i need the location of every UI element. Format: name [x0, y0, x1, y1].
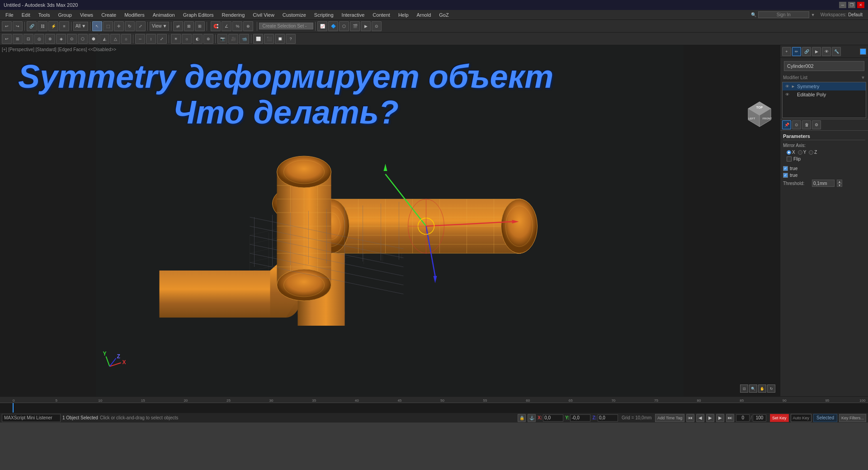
- view-dropdown[interactable]: View ▼: [150, 22, 169, 31]
- menu-interactive[interactable]: Interactive: [338, 11, 368, 19]
- curve-editor-button[interactable]: 📈: [317, 21, 327, 31]
- menu-modifiers[interactable]: Modifiers: [121, 11, 148, 19]
- rotate-button[interactable]: ↻: [125, 21, 135, 31]
- timeline-track[interactable]: [0, 403, 868, 413]
- config-modifier-sets-button[interactable]: ⚙: [812, 120, 821, 129]
- render-button[interactable]: ▶: [361, 21, 371, 31]
- remove-modifier-button[interactable]: 🗑: [802, 120, 811, 129]
- tb2-btn6[interactable]: ◈: [56, 34, 66, 44]
- x-coord-value[interactable]: 0,0: [543, 414, 563, 422]
- window-controls[interactable]: ─ ❐ ✕: [839, 2, 864, 8]
- tb2-btn10[interactable]: ◭: [99, 34, 109, 44]
- y-coord-value[interactable]: -0,0: [570, 414, 590, 422]
- create-panel-button[interactable]: +: [782, 47, 791, 56]
- viewport[interactable]: [+] [Perspective] [Standard] [Edged Face…: [0, 45, 780, 396]
- tb2-render4[interactable]: ?: [286, 34, 296, 44]
- unlink-button[interactable]: ⛓: [38, 21, 47, 31]
- selection-lock-button[interactable]: 🔒: [518, 414, 526, 422]
- close-button[interactable]: ✕: [857, 2, 864, 8]
- axis-x-radio[interactable]: X: [787, 150, 795, 155]
- menu-help[interactable]: Help: [395, 11, 412, 19]
- tb2-btn12[interactable]: ⌂: [121, 34, 131, 44]
- menu-rendering[interactable]: Rendering: [218, 11, 249, 19]
- tb2-btn2[interactable]: ⊞: [13, 34, 23, 44]
- tb2-btn7[interactable]: ⊙: [67, 34, 77, 44]
- tb2-render2[interactable]: ⬛: [264, 34, 274, 44]
- render-setup-button[interactable]: 🎬: [350, 21, 360, 31]
- threshold-spinbox[interactable]: 0,1mm: [812, 180, 835, 187]
- layer-button[interactable]: ≡: [59, 21, 69, 31]
- undo-button[interactable]: ↩: [2, 21, 12, 31]
- minimize-button[interactable]: ─: [839, 2, 846, 8]
- select-button[interactable]: ↖: [92, 21, 102, 31]
- active-shade-button[interactable]: ⊙: [372, 21, 382, 31]
- array-button[interactable]: ⊞: [195, 21, 205, 31]
- tb2-light3[interactable]: ◐: [193, 34, 203, 44]
- threshold-up-button[interactable]: ▲: [837, 180, 842, 183]
- tb2-btn4[interactable]: ◎: [34, 34, 44, 44]
- modifier-stack-item-symmetry[interactable]: 👁 ► Symmetry: [783, 82, 866, 90]
- orbit-button[interactable]: ↻: [767, 385, 775, 393]
- menu-arnold[interactable]: Arnold: [413, 11, 435, 19]
- selection-filter-dropdown[interactable]: All ▼: [73, 22, 88, 31]
- mini-listener[interactable]: MAXScript Mini Listener: [2, 414, 61, 422]
- menu-file[interactable]: File: [2, 11, 17, 19]
- tb2-btn11[interactable]: △: [110, 34, 120, 44]
- make-unique-button[interactable]: ⊙: [792, 120, 801, 129]
- menu-goz[interactable]: GoZ: [435, 11, 452, 19]
- zoom-extents-button[interactable]: ⊡: [740, 385, 748, 393]
- angle-snap-button[interactable]: ∠: [222, 21, 231, 31]
- pan-button[interactable]: ✋: [758, 385, 766, 393]
- link-button[interactable]: 🔗: [27, 21, 37, 31]
- percent-snap-button[interactable]: %: [232, 21, 242, 31]
- tb2-btn9[interactable]: ⬢: [89, 34, 99, 44]
- set-key-button[interactable]: Set Key: [770, 414, 789, 422]
- tb2-camera3[interactable]: 📹: [239, 34, 249, 44]
- menu-graph-editors[interactable]: Graph Editors: [179, 11, 217, 19]
- z-coord-value[interactable]: 0,0: [598, 414, 618, 422]
- restore-button[interactable]: ❐: [848, 2, 855, 8]
- current-frame-display[interactable]: 0: [736, 414, 750, 422]
- total-frames-display[interactable]: 100: [753, 414, 766, 422]
- scale-button[interactable]: ⤢: [136, 21, 146, 31]
- bind-button[interactable]: ⚡: [48, 21, 58, 31]
- move-button[interactable]: ✛: [114, 21, 124, 31]
- tb2-camera2[interactable]: 🎥: [228, 34, 238, 44]
- menu-tools[interactable]: Tools: [35, 11, 54, 19]
- modify-panel-button[interactable]: ✏: [792, 47, 801, 56]
- object-color-swatch[interactable]: [860, 48, 866, 55]
- menu-create[interactable]: Create: [98, 11, 120, 19]
- select-region-button[interactable]: ⬚: [103, 21, 113, 31]
- tb2-btn3[interactable]: ⊡: [24, 34, 33, 44]
- axis-y-radio[interactable]: Y: [798, 150, 807, 155]
- material-editor-button[interactable]: ⬡: [339, 21, 349, 31]
- threshold-down-button[interactable]: ▼: [837, 183, 842, 187]
- menu-content[interactable]: Content: [369, 11, 394, 19]
- tb2-btn8[interactable]: ⬡: [78, 34, 88, 44]
- pin-stack-button[interactable]: 📌: [782, 120, 791, 129]
- menu-scripting[interactable]: Scripting: [311, 11, 337, 19]
- tb2-render1[interactable]: ⬜: [253, 34, 263, 44]
- create-selection-set-field[interactable]: Create Selection Set -: [259, 23, 313, 29]
- tb2-btn1[interactable]: ↩: [2, 34, 12, 44]
- hierarchy-panel-button[interactable]: 🔗: [802, 47, 811, 56]
- tb2-move-z[interactable]: ⤢: [157, 34, 167, 44]
- schematic-view-button[interactable]: 🔷: [328, 21, 338, 31]
- tb2-render3[interactable]: 🔲: [275, 34, 285, 44]
- key-filters-button[interactable]: Key Filters...: [839, 414, 866, 422]
- transform-lock-button[interactable]: ⚓: [528, 414, 536, 422]
- modifier-stack-item-editable-poly[interactable]: 👁 ► Editable Poly: [783, 90, 866, 99]
- menu-customize[interactable]: Customize: [279, 11, 310, 19]
- play-button[interactable]: ▶: [706, 414, 714, 422]
- menu-views[interactable]: Views: [76, 11, 97, 19]
- slice-along-mirror-checkbox[interactable]: [783, 166, 788, 171]
- tb2-move-y[interactable]: ↕: [146, 34, 156, 44]
- next-frame-button[interactable]: ⏭: [726, 414, 734, 422]
- menu-group[interactable]: Group: [54, 11, 75, 19]
- tb2-light4[interactable]: ⊕: [203, 34, 213, 44]
- tb2-light1[interactable]: ☀: [171, 34, 181, 44]
- flip-checkbox[interactable]: [787, 157, 792, 161]
- display-panel-button[interactable]: 👁: [822, 47, 831, 56]
- next-key-button[interactable]: ▶: [716, 414, 724, 422]
- menu-civil-view[interactable]: Civil View: [249, 11, 278, 19]
